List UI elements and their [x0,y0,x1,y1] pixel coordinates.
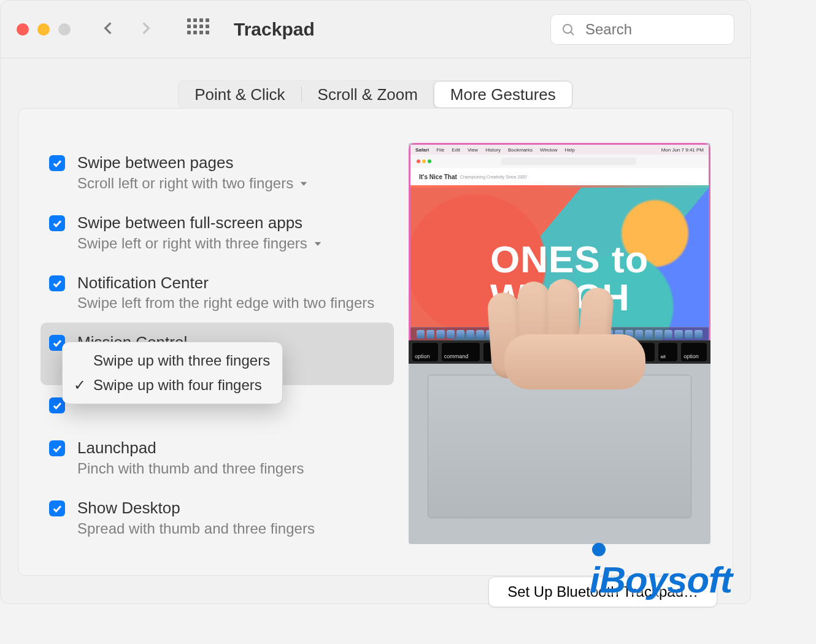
option-swipe-pages: Swipe between pages Scroll left or right… [40,143,394,203]
hand-illustration [490,279,655,371]
search-icon [561,23,576,37]
checkbox[interactable] [49,500,65,516]
svg-marker-3 [315,242,321,245]
svg-line-1 [571,32,574,35]
svg-marker-2 [301,182,307,186]
option-subtitle: Spread with thumb and three fingers [77,520,385,537]
svg-point-0 [563,25,572,33]
chevron-down-icon [312,238,323,249]
gesture-preview: Safari FileEdit ViewHistory BookmarksWin… [409,143,710,544]
browser-toolbar [410,155,709,168]
close-button[interactable] [17,23,29,36]
option-show-desktop: Show Desktop Spread with thumb and three… [40,488,394,548]
tab-scroll-zoom[interactable]: Scroll & Zoom [302,81,434,108]
option-subtitle[interactable]: Swipe left or right with three fingers [77,235,385,252]
checkbox[interactable] [49,155,65,171]
segmented-control: Point & Click Scroll & Zoom More Gesture… [178,80,573,109]
option-title: Show Desktop [77,498,385,519]
minimize-button[interactable] [37,23,50,36]
option-title: Swipe between pages [77,153,385,174]
back-button[interactable] [100,20,116,39]
site-header: It's Nice That Championing Creativity Si… [410,168,709,185]
option-launchpad: Launchpad Pinch with thumb and three fin… [40,428,394,488]
checkbox[interactable] [49,440,65,456]
tab-control: Point & Click Scroll & Zoom More Gesture… [1,80,750,109]
menu-bar: Safari FileEdit ViewHistory BookmarksWin… [410,145,709,155]
option-subtitle[interactable]: Scroll left or right with two fingers [77,175,385,192]
url-field [501,158,636,165]
option-swipe-apps: Swipe between full-screen apps Swipe lef… [40,203,394,263]
forward-button[interactable] [138,20,154,39]
show-all-icon[interactable] [187,18,209,40]
search-input[interactable] [550,14,734,45]
search-field[interactable] [550,14,734,45]
option-subtitle: Pinch with thumb and three fingers [77,460,385,477]
option-notification-center: Notification Center Swipe left from the … [40,263,394,323]
tab-point-click[interactable]: Point & Click [179,81,301,108]
check-icon: ✓ [74,377,85,394]
mission-control-dropdown[interactable]: Swipe up with three fingers ✓ Swipe up w… [62,342,283,404]
option-subtitle: Swipe left from the right edge with two … [77,294,385,312]
window-controls [17,23,71,36]
option-title: Launchpad [77,438,385,459]
preferences-window: Trackpad Point & Click Scroll & Zoom Mor… [0,0,751,604]
dropdown-item[interactable]: Swipe up with three fingers [63,348,282,373]
toolbar: Trackpad [1,1,750,58]
trackpad-surface [428,375,691,518]
option-title: Swipe between full-screen apps [77,213,385,234]
zoom-button[interactable] [58,23,71,36]
tab-more-gestures[interactable]: More Gestures [434,81,572,108]
checkbox[interactable] [49,215,65,231]
nav-arrows [100,20,154,39]
setup-bluetooth-button[interactable]: Set Up Bluetooth Trackpad… [488,577,717,607]
page-title: Trackpad [234,19,315,40]
option-title: Notification Center [77,273,385,294]
dropdown-item-selected[interactable]: ✓ Swipe up with four fingers [63,373,282,397]
chevron-down-icon [298,178,309,189]
checkbox[interactable] [49,275,65,291]
